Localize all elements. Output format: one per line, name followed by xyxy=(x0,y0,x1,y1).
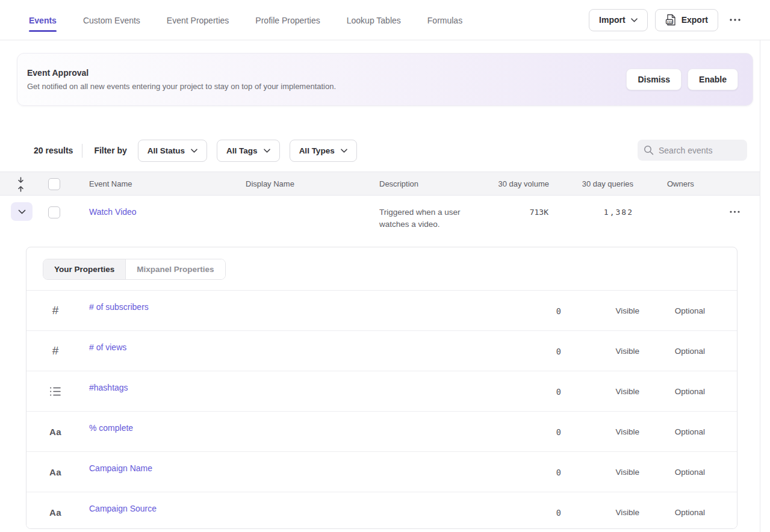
event-row-watch-video: Watch Video Triggered when a user watche… xyxy=(0,196,760,234)
tab-events-label: Events xyxy=(29,16,57,25)
property-requirement: Optional xyxy=(675,347,705,356)
header-event-name: Event Name xyxy=(89,179,132,188)
event-description: Triggered when a user watches a video. xyxy=(379,206,477,230)
ellipsis-icon xyxy=(730,211,740,213)
property-visibility: Visible xyxy=(615,347,639,356)
chevron-down-icon xyxy=(18,209,26,214)
banner-text: Event Approval Get notified on all new e… xyxy=(27,68,336,91)
more-options-button[interactable] xyxy=(725,10,745,29)
property-count: 0 xyxy=(556,347,561,356)
property-visibility: Visible xyxy=(615,468,639,477)
search-input[interactable] xyxy=(659,146,741,155)
import-button[interactable]: Import xyxy=(589,9,648,31)
csv-file-icon: csv xyxy=(665,14,676,26)
chevron-down-icon xyxy=(341,149,347,153)
types-filter-dropdown[interactable]: All Types xyxy=(290,140,357,162)
nav-tabs: Events Custom Events Event Properties Pr… xyxy=(29,8,462,32)
property-requirement: Optional xyxy=(675,387,705,396)
ellipsis-icon xyxy=(730,19,741,21)
property-row: #hashtags 0 Visible Optional xyxy=(26,371,737,412)
collapse-row-button[interactable] xyxy=(11,202,33,221)
tab-lookup-tables[interactable]: Lookup Tables xyxy=(347,8,401,32)
property-visibility: Visible xyxy=(615,306,639,315)
svg-text:csv: csv xyxy=(667,20,672,23)
text-type-icon: Aa xyxy=(46,492,64,529)
banner-actions: Dismiss Enable xyxy=(626,69,738,90)
property-link[interactable]: Campaign Name xyxy=(89,463,152,473)
properties-tab-control: Your Properties Mixpanel Properties xyxy=(43,259,226,280)
row-actions-button[interactable] xyxy=(726,203,743,220)
results-count: 20 results xyxy=(34,146,73,155)
property-visibility: Visible xyxy=(615,387,639,396)
status-filter-dropdown[interactable]: All Status xyxy=(138,140,207,162)
header-display-name: Display Name xyxy=(246,179,294,188)
list-type-icon xyxy=(46,371,64,411)
tab-mixpanel-properties[interactable]: Mixpanel Properties xyxy=(126,259,225,279)
tab-lookup-tables-label: Lookup Tables xyxy=(347,16,401,25)
tab-custom-events-label: Custom Events xyxy=(83,16,140,25)
property-count: 0 xyxy=(556,508,561,518)
collapse-all-button[interactable] xyxy=(16,177,25,192)
property-requirement: Optional xyxy=(675,508,705,517)
property-count: 0 xyxy=(556,468,561,477)
export-button[interactable]: csv Export xyxy=(655,9,718,31)
text-type-icon: Aa xyxy=(46,452,64,492)
event-properties-panel: Your Properties Mixpanel Properties # # … xyxy=(26,247,737,529)
topbar-actions: Import csv Export xyxy=(589,9,745,31)
divider xyxy=(82,144,82,158)
export-button-label: Export xyxy=(682,15,708,25)
filter-bar: 20 results Filter by All Status All Tags… xyxy=(0,139,760,162)
property-link[interactable]: % complete xyxy=(89,423,133,433)
property-link[interactable]: # of subscribers xyxy=(89,302,149,312)
property-link[interactable]: #hashtags xyxy=(89,383,128,392)
property-row: # # of views 0 Visible Optional xyxy=(26,331,737,371)
property-row: Aa Campaign Source 0 Visible Optional xyxy=(26,492,737,529)
tab-formulas-label: Formulas xyxy=(427,16,462,25)
tab-event-properties[interactable]: Event Properties xyxy=(167,8,229,32)
tab-formulas[interactable]: Formulas xyxy=(427,8,462,32)
tags-filter-dropdown[interactable]: All Tags xyxy=(217,140,280,162)
tags-filter-label: All Tags xyxy=(226,146,258,155)
lexicon-events-page: Events Custom Events Event Properties Pr… xyxy=(0,0,770,532)
events-table-header: Event Name Display Name Description 30 d… xyxy=(0,172,760,196)
event-name-link[interactable]: Watch Video xyxy=(89,207,137,217)
tab-your-properties[interactable]: Your Properties xyxy=(43,259,126,279)
property-count: 0 xyxy=(556,427,561,437)
property-link[interactable]: Campaign Source xyxy=(89,504,157,513)
search-icon xyxy=(644,145,654,155)
property-count: 0 xyxy=(556,387,561,397)
tab-event-properties-label: Event Properties xyxy=(167,16,229,25)
top-navigation: Events Custom Events Event Properties Pr… xyxy=(0,0,770,40)
dismiss-button[interactable]: Dismiss xyxy=(626,69,682,90)
header-description: Description xyxy=(379,179,418,188)
status-filter-label: All Status xyxy=(147,146,185,155)
property-row: Aa Campaign Name 0 Visible Optional xyxy=(26,452,737,492)
select-all-checkbox[interactable] xyxy=(48,178,60,190)
property-requirement: Optional xyxy=(675,468,705,477)
text-type-icon: Aa xyxy=(46,412,64,451)
tab-events[interactable]: Events xyxy=(29,8,57,32)
tab-profile-properties-label: Profile Properties xyxy=(255,16,320,25)
active-tab-underline xyxy=(29,30,57,32)
import-button-label: Import xyxy=(599,15,626,25)
row-checkbox[interactable] xyxy=(48,206,60,218)
banner-subtitle: Get notified on all new events entering … xyxy=(27,82,336,91)
tab-profile-properties[interactable]: Profile Properties xyxy=(255,8,320,32)
types-filter-label: All Types xyxy=(299,146,335,155)
number-type-icon: # xyxy=(46,331,64,371)
event-approval-banner: Event Approval Get notified on all new e… xyxy=(17,53,753,106)
event-30-day-volume: 713K xyxy=(530,208,548,217)
header-30-day-volume: 30 day volume xyxy=(498,179,549,188)
enable-button[interactable]: Enable xyxy=(688,69,738,90)
header-owners: Owners xyxy=(667,179,694,188)
event-30-day-queries: 1,382 xyxy=(604,208,633,217)
tab-custom-events[interactable]: Custom Events xyxy=(83,8,140,32)
property-row: Aa % complete 0 Visible Optional xyxy=(26,412,737,452)
number-type-icon: # xyxy=(46,291,64,330)
chevron-down-icon xyxy=(264,149,270,153)
property-rows: # # of subscribers 0 Visible Optional # … xyxy=(26,291,737,529)
property-requirement: Optional xyxy=(675,306,705,315)
property-link[interactable]: # of views xyxy=(89,342,126,352)
header-30-day-queries: 30 day queries xyxy=(582,179,633,188)
filter-by-label: Filter by xyxy=(94,146,126,155)
